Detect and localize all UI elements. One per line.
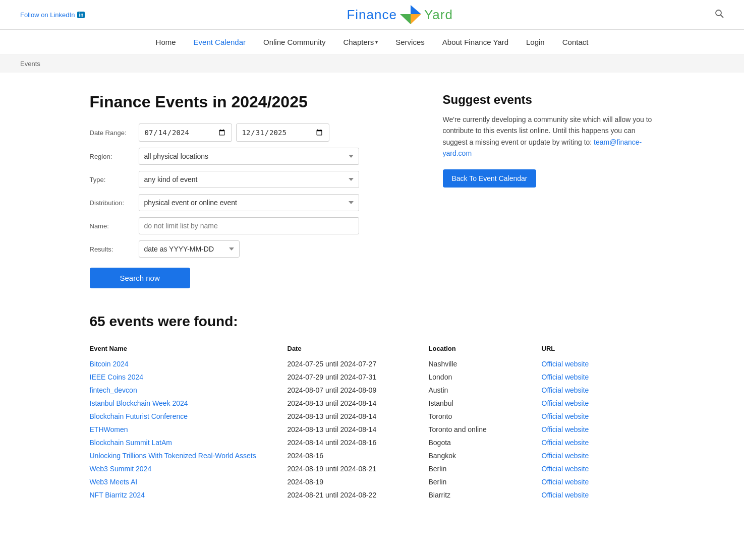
- official-website-link[interactable]: Official website: [542, 478, 589, 486]
- event-name-cell: ETHWomen: [90, 423, 288, 436]
- results-title: 65 events were found:: [90, 314, 655, 330]
- table-row: NFT Biarritz 2024 2024-08-21 until 2024-…: [90, 488, 655, 502]
- event-location-cell: London: [429, 370, 542, 384]
- region-label: Region:: [90, 153, 133, 160]
- table-row: fintech_devcon 2024-08-07 until 2024-08-…: [90, 384, 655, 397]
- main-nav: Home Event Calendar Online Community Cha…: [0, 30, 744, 55]
- event-url-cell: Official website: [542, 423, 655, 436]
- svg-marker-0: [411, 5, 421, 14]
- linkedin-icon: in: [77, 12, 85, 18]
- event-name-cell: Web3 Meets AI: [90, 475, 288, 488]
- name-input[interactable]: [139, 217, 359, 234]
- results-label: Results:: [90, 245, 133, 253]
- distribution-row: Distribution: physical event or online e…: [90, 194, 413, 211]
- logo-yard: Yard: [424, 7, 453, 23]
- event-location-cell: Toronto: [429, 410, 542, 423]
- logo-icon: [400, 5, 421, 24]
- date-inputs: [139, 123, 329, 142]
- nav-services[interactable]: Services: [395, 38, 425, 46]
- svg-marker-1: [400, 14, 411, 24]
- search-form-section: Finance Events in 2024/2025 Date Range: …: [90, 93, 413, 288]
- nav-contact[interactable]: Contact: [562, 38, 589, 46]
- official-website-link[interactable]: Official website: [542, 491, 589, 499]
- official-website-link[interactable]: Official website: [542, 399, 589, 407]
- official-website-link[interactable]: Official website: [542, 412, 589, 420]
- search-now-button[interactable]: Search now: [90, 268, 190, 288]
- event-name-link[interactable]: Istanbul Blockchain Week 2024: [90, 399, 188, 407]
- nav-event-calendar[interactable]: Event Calendar: [194, 38, 246, 46]
- chevron-down-icon: ▾: [375, 39, 378, 45]
- suggest-description: We're currently developing a community s…: [443, 114, 655, 159]
- event-date-cell: 2024-08-07 until 2024-08-09: [288, 384, 429, 397]
- table-row: Web3 Summit 2024 2024-08-19 until 2024-0…: [90, 462, 655, 475]
- nav-login[interactable]: Login: [526, 38, 545, 46]
- type-label: Type:: [90, 176, 133, 183]
- event-date-cell: 2024-08-19 until 2024-08-21: [288, 462, 429, 475]
- type-select[interactable]: any kind of event Conference Summit Hack…: [139, 171, 359, 188]
- event-location-cell: Bangkok: [429, 449, 542, 462]
- event-name-link[interactable]: Blockchain Summit LatAm: [90, 439, 172, 447]
- event-name-link[interactable]: IEEE Coins 2024: [90, 373, 144, 381]
- back-to-calendar-button[interactable]: Back To Event Calendar: [443, 169, 537, 188]
- distribution-select[interactable]: physical event or online event physical …: [139, 194, 359, 211]
- main-content: Finance Events in 2024/2025 Date Range: …: [70, 73, 675, 522]
- event-url-cell: Official website: [542, 410, 655, 423]
- event-name-link[interactable]: fintech_devcon: [90, 386, 137, 394]
- nav-online-community[interactable]: Online Community: [263, 38, 325, 46]
- name-label: Name:: [90, 222, 133, 230]
- event-date-cell: 2024-08-19: [288, 475, 429, 488]
- results-section: 65 events were found: Event Name Date Lo…: [90, 314, 655, 502]
- name-row: Name:: [90, 217, 413, 234]
- event-name-link[interactable]: Web3 Meets AI: [90, 478, 138, 486]
- breadcrumb: Events: [0, 55, 744, 73]
- event-name-link[interactable]: NFT Biarritz 2024: [90, 491, 145, 499]
- distribution-label: Distribution:: [90, 199, 133, 207]
- event-name-link[interactable]: Blockchain Futurist Conference: [90, 412, 188, 420]
- event-date-cell: 2024-08-16: [288, 449, 429, 462]
- linkedin-label: Follow on LinkedIn: [20, 11, 75, 19]
- event-name-cell: IEEE Coins 2024: [90, 370, 288, 384]
- event-name-cell: Bitcoin 2024: [90, 357, 288, 370]
- event-location-cell: Bogota: [429, 436, 542, 449]
- event-name-link[interactable]: ETHWomen: [90, 425, 128, 433]
- date-to-input[interactable]: [236, 123, 329, 142]
- official-website-link[interactable]: Official website: [542, 373, 589, 381]
- region-select[interactable]: all physical locations Europe Asia Ameri…: [139, 148, 359, 165]
- col-header-name: Event Name: [90, 342, 288, 357]
- col-header-url: URL: [542, 342, 655, 357]
- search-button-top[interactable]: [715, 9, 724, 21]
- nav-about[interactable]: About Finance Yard: [442, 38, 508, 46]
- results-select[interactable]: date as YYYY-MM-DD date as DD.MM.YYYY al…: [139, 240, 240, 258]
- event-url-cell: Official website: [542, 462, 655, 475]
- official-website-link[interactable]: Official website: [542, 439, 589, 447]
- table-header: Event Name Date Location URL: [90, 342, 655, 357]
- event-location-cell: Biarritz: [429, 488, 542, 502]
- event-url-cell: Official website: [542, 357, 655, 370]
- official-website-link[interactable]: Official website: [542, 465, 589, 473]
- event-date-cell: 2024-08-21 until 2024-08-22: [288, 488, 429, 502]
- linkedin-link[interactable]: Follow on LinkedIn in: [20, 11, 85, 19]
- nav-chapters[interactable]: Chapters ▾: [343, 38, 378, 46]
- date-from-input[interactable]: [139, 123, 232, 142]
- event-url-cell: Official website: [542, 475, 655, 488]
- event-date-cell: 2024-08-13 until 2024-08-14: [288, 397, 429, 410]
- official-website-link[interactable]: Official website: [542, 360, 589, 368]
- event-name-cell: Istanbul Blockchain Week 2024: [90, 397, 288, 410]
- event-name-link[interactable]: Unlocking Trillions With Tokenized Real-…: [90, 452, 256, 460]
- event-location-cell: Austin: [429, 384, 542, 397]
- official-website-link[interactable]: Official website: [542, 386, 589, 394]
- nav-home[interactable]: Home: [156, 38, 176, 46]
- results-row: Results: date as YYYY-MM-DD date as DD.M…: [90, 240, 413, 258]
- table-row: Istanbul Blockchain Week 2024 2024-08-13…: [90, 397, 655, 410]
- event-date-cell: 2024-07-25 until 2024-07-27: [288, 357, 429, 370]
- event-name-link[interactable]: Web3 Summit 2024: [90, 465, 152, 473]
- table-row: Unlocking Trillions With Tokenized Real-…: [90, 449, 655, 462]
- table-row: ETHWomen 2024-08-13 until 2024-08-14 Tor…: [90, 423, 655, 436]
- official-website-link[interactable]: Official website: [542, 452, 589, 460]
- event-location-cell: Istanbul: [429, 397, 542, 410]
- official-website-link[interactable]: Official website: [542, 425, 589, 433]
- event-name-cell: Blockchain Summit LatAm: [90, 436, 288, 449]
- event-date-cell: 2024-07-29 until 2024-07-31: [288, 370, 429, 384]
- region-row: Region: all physical locations Europe As…: [90, 148, 413, 165]
- event-name-link[interactable]: Bitcoin 2024: [90, 360, 129, 368]
